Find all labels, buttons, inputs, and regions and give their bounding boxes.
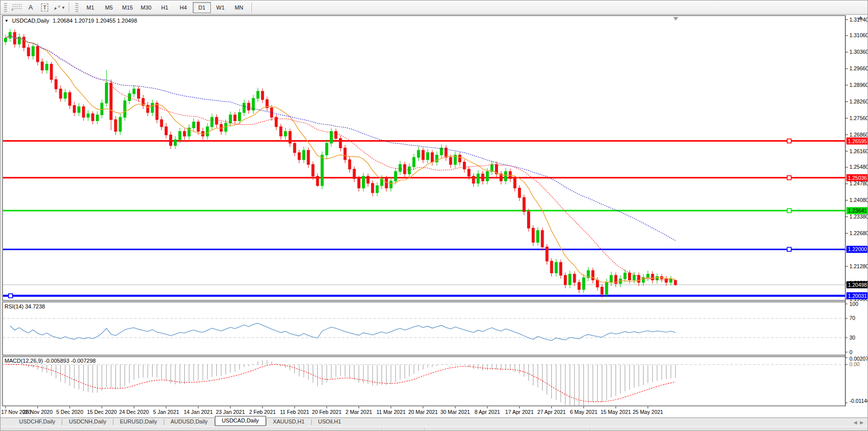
tab-xauusd-h1[interactable]: XAUUSD,H1: [267, 417, 311, 426]
rsi-tick-label: 30: [849, 335, 855, 341]
candle-body: [321, 155, 323, 186]
candle-body: [385, 179, 388, 188]
candle-body: [477, 174, 479, 183]
candle-body: [114, 120, 117, 131]
candle-body: [674, 280, 677, 285]
toolbar-separator: [252, 3, 253, 13]
hline-handle[interactable]: [787, 208, 791, 212]
candle-body: [408, 167, 411, 174]
tab-usdchf-daily[interactable]: USDCHF,Daily: [13, 417, 62, 426]
candle-body: [344, 148, 346, 159]
time-tick-label: 25 May 2021: [633, 409, 663, 415]
arrow-objects-button[interactable]: ▾: [52, 2, 65, 14]
hline-handle[interactable]: [787, 176, 791, 180]
chevron-down-icon[interactable]: ▾: [62, 5, 65, 10]
price-tick-label: 1.31060: [849, 32, 868, 38]
candle-body: [472, 176, 475, 183]
timeframe-toolbar-grip[interactable]: [75, 3, 78, 12]
candle-body: [367, 176, 369, 183]
arrows-icon: [53, 4, 61, 11]
tab-usdcnh-daily[interactable]: USDCNH,Daily: [62, 417, 113, 426]
candle-body: [610, 275, 612, 282]
candle-body: [123, 101, 126, 118]
hline-price-box[interactable]: 1.22000: [846, 246, 868, 253]
timeframe-button-m30[interactable]: M30: [137, 2, 155, 13]
tab-eurusd-daily[interactable]: EURUSD,Daily: [113, 417, 164, 426]
hline-handle[interactable]: [9, 294, 13, 298]
candle-body: [624, 273, 626, 279]
status-divider: [590, 427, 591, 431]
price-tick-label: 1.24080: [849, 197, 868, 203]
status-bar: [1, 426, 868, 431]
candle-body: [601, 287, 603, 294]
time-tick-label: 2 Feb 2021: [249, 409, 276, 415]
text-box-button[interactable]: T: [38, 2, 51, 14]
macd-pane[interactable]: [3, 357, 845, 406]
chart-window: 1.317401.310601.303601.296601.289601.282…: [1, 15, 868, 417]
time-tick-label: 11 Mar 2021: [377, 409, 406, 415]
hline-price-box[interactable]: 1.23641: [846, 207, 868, 214]
candle-body: [330, 132, 332, 143]
candle-body: [390, 181, 392, 188]
candle-body: [59, 89, 62, 98]
candle-body: [596, 280, 599, 287]
price-tick-label: 1.25480: [849, 164, 868, 170]
candle-body: [353, 169, 355, 179]
price-tick-label: 1.28260: [849, 98, 868, 104]
status-divider: [322, 427, 323, 431]
hline-price-box[interactable]: 1.20031: [846, 292, 868, 299]
text-label-button[interactable]: A: [24, 2, 37, 14]
tab-audusd-daily[interactable]: AUDUSD,Daily: [164, 417, 214, 426]
candle-body: [633, 275, 636, 280]
collapse-triangle-icon[interactable]: ▼: [5, 19, 9, 23]
template-grid-icon[interactable]: F: [10, 2, 23, 14]
candle-body: [357, 179, 360, 188]
timeframe-button-h1[interactable]: H1: [156, 2, 174, 13]
hline-handle[interactable]: [787, 247, 791, 251]
timeframe-button-m5[interactable]: M5: [100, 2, 118, 13]
timeframe-button-m1[interactable]: M1: [81, 2, 99, 13]
candle-body: [105, 83, 108, 103]
hline-handle[interactable]: [787, 139, 791, 143]
hline-price-box[interactable]: 1.25036: [846, 174, 868, 181]
toolbar-grip[interactable]: [4, 3, 7, 12]
svg-text:1.23641: 1.23641: [848, 207, 867, 213]
current-price-box[interactable]: 1.20498: [846, 281, 868, 288]
chart-canvas[interactable]: 1.317401.310601.303601.296601.289601.282…: [1, 15, 868, 417]
tab-scroll-right-icon[interactable]: ▶: [860, 420, 863, 425]
candle-body: [298, 153, 300, 160]
timeframe-button-mn[interactable]: MN: [230, 2, 248, 13]
candle-body: [238, 113, 241, 121]
candle-body: [64, 92, 66, 98]
timeframe-button-h4[interactable]: H4: [174, 2, 192, 13]
candle-body: [261, 91, 264, 99]
candle-body: [27, 48, 30, 56]
candle-body: [133, 89, 135, 93]
candle-body: [78, 106, 80, 113]
tab-usoil-h1[interactable]: USOil,H1: [312, 417, 348, 426]
timeframe-button-m15[interactable]: M15: [118, 2, 137, 13]
candle-body: [582, 278, 585, 289]
candle-body: [119, 117, 121, 131]
candle-body: [481, 174, 484, 181]
macd-tick-label: 0.002074: [849, 356, 868, 362]
timeframe-button-w1[interactable]: W1: [211, 2, 229, 13]
timeframe-button-d1[interactable]: D1: [193, 2, 211, 13]
tab-usdcad-daily[interactable]: USDCAD,Daily: [215, 416, 266, 426]
candle-body: [591, 271, 594, 280]
candle-body: [348, 160, 351, 169]
candle-body: [541, 231, 544, 247]
hline-price-box[interactable]: 1.26595: [846, 138, 868, 145]
candle-body: [569, 274, 571, 285]
candle-body: [670, 279, 672, 282]
price-tick-label: 1.30360: [849, 49, 868, 55]
time-tick-label: 30 Mar 2021: [440, 409, 470, 415]
candle-body: [138, 89, 140, 98]
candle-body: [151, 103, 154, 113]
tab-scroll-left-icon[interactable]: ◀: [853, 420, 857, 425]
price-tick-label: 1.27560: [849, 115, 868, 121]
candle-body: [413, 157, 415, 167]
toolbar-separator: [69, 3, 70, 13]
candle-body: [629, 273, 631, 280]
rsi-tick-label: 70: [849, 315, 855, 321]
